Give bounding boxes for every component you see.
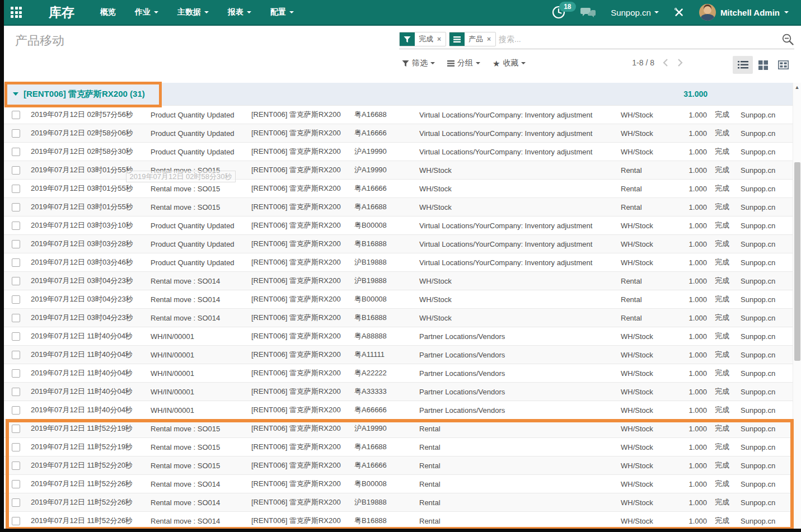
table-row[interactable]: 2019年07月12日 11时52分19秒 Rental move : SO01… xyxy=(4,438,793,456)
kanban-view-button[interactable] xyxy=(753,56,773,74)
cell-product: [RENT006] 雷克萨斯RX200 xyxy=(249,124,352,143)
cell-company: Sunpop.cn xyxy=(738,309,793,327)
cell-destination-location: WH/Stock xyxy=(619,401,681,420)
row-checkbox[interactable] xyxy=(12,258,20,267)
cell-product: [RENT006] 雷克萨斯RX200 xyxy=(249,475,352,493)
row-checkbox-cell xyxy=(4,272,29,290)
cell-date: 2019年07月12日 11时52分19秒 xyxy=(29,438,148,456)
activities-button[interactable]: 18 xyxy=(551,5,566,20)
cell-date: 2019年07月12日 03时03分10秒 xyxy=(29,216,148,235)
row-checkbox[interactable] xyxy=(12,222,20,230)
cell-product: [RENT006] 雷克萨斯RX200 xyxy=(249,512,352,529)
chevron-down-icon xyxy=(521,62,526,64)
chevron-down-icon xyxy=(476,62,480,64)
scrollbar-thumb[interactable] xyxy=(794,162,800,361)
menu-overview[interactable]: 概览 xyxy=(100,7,116,17)
list-view-button[interactable] xyxy=(733,56,753,74)
table-row[interactable]: 2019年07月12日 03时03分28秒 Product Quantity U… xyxy=(4,235,793,253)
menu-reporting[interactable]: 报表 xyxy=(228,7,251,17)
pivot-view-button[interactable] xyxy=(773,56,793,74)
cell-lot: 粤A16666 xyxy=(352,124,417,143)
menu-master-data[interactable]: 主数据 xyxy=(177,7,209,17)
cell-reference: Rental move : SO015 xyxy=(148,420,249,438)
table-row[interactable]: 2019年07月12日 03时04分23秒 Rental move : SO01… xyxy=(4,272,793,290)
table-row[interactable]: 2019年07月12日 11时52分26秒 Rental move : SO01… xyxy=(4,493,793,512)
search-options-button[interactable] xyxy=(781,33,794,48)
row-checkbox[interactable] xyxy=(12,314,20,322)
user-menu[interactable]: Mitchell Admin xyxy=(699,4,789,21)
cell-lot: 粤B00008 xyxy=(352,290,417,309)
table-row[interactable]: 2019年07月12日 11时40分04秒 WH/IN/00001 [RENT0… xyxy=(4,364,793,383)
remove-facet-button[interactable]: × xyxy=(437,32,446,46)
table-row[interactable]: 2019年07月12日 03时04分23秒 Rental move : SO01… xyxy=(4,290,793,309)
cell-date: 2019年07月12日 03时03分46秒 xyxy=(29,253,148,272)
group-header-row[interactable]: [RENT006] 雷克萨斯RX200 (31) 31.000 xyxy=(4,83,793,105)
row-checkbox[interactable] xyxy=(12,185,20,193)
row-checkbox[interactable] xyxy=(12,517,20,525)
scroll-up-arrow-icon[interactable]: ▲ xyxy=(793,84,801,90)
table-row[interactable]: 2019年07月12日 11时52分19秒 Rental move : SO01… xyxy=(4,420,793,438)
row-checkbox[interactable] xyxy=(12,388,20,396)
search-input[interactable] xyxy=(499,32,794,46)
row-checkbox[interactable] xyxy=(12,148,20,156)
row-checkbox[interactable] xyxy=(12,277,20,285)
row-checkbox[interactable] xyxy=(12,332,20,341)
messages-button[interactable] xyxy=(580,6,596,18)
apps-menu-button[interactable] xyxy=(4,0,29,25)
table-row[interactable]: 2019年07月12日 11时52分26秒 Rental move : SO01… xyxy=(4,512,793,529)
tools-button[interactable] xyxy=(673,7,685,18)
group-by-button[interactable]: 分组 xyxy=(447,58,480,68)
row-checkbox-cell xyxy=(4,290,29,309)
row-checkbox[interactable] xyxy=(12,166,20,175)
favorites-button[interactable]: ★ 收藏 xyxy=(493,58,526,68)
cell-destination-location: WH/Stock xyxy=(619,512,681,529)
table-row[interactable]: 2019年07月12日 02时58分06秒 Product Quantity U… xyxy=(4,124,793,143)
menu-configuration[interactable]: 配置 xyxy=(270,7,294,17)
table-row[interactable]: 2019年07月12日 03时03分10秒 Product Quantity U… xyxy=(4,216,793,235)
pager-previous-button[interactable] xyxy=(662,58,669,67)
search-facet-status: 完成 × xyxy=(399,32,446,46)
company-menu[interactable]: Sunpop.cn xyxy=(611,8,659,17)
cell-quantity: 1.000 xyxy=(681,106,713,124)
table-row[interactable]: 2019年07月12日 03时01分55秒 Rental move : SO01… xyxy=(4,180,793,198)
table-row[interactable]: 2019年07月12日 03时03分46秒 Product Quantity U… xyxy=(4,253,793,272)
row-checkbox[interactable] xyxy=(12,498,20,507)
cell-date: 2019年07月12日 03时01分55秒 xyxy=(29,180,148,198)
cell-product: [RENT006] 雷克萨斯RX200 xyxy=(249,327,352,346)
table-row[interactable]: 2019年07月12日 11时40分04秒 WH/IN/00001 [RENT0… xyxy=(4,383,793,401)
cell-product: [RENT006] 雷克萨斯RX200 xyxy=(249,383,352,401)
cell-date: 2019年07月12日 11时52分26秒 xyxy=(29,512,148,529)
table-row[interactable]: 2019年07月12日 11时40分04秒 WH/IN/00001 [RENT0… xyxy=(4,401,793,420)
row-checkbox[interactable] xyxy=(12,111,20,119)
remove-facet-button[interactable]: × xyxy=(487,32,495,46)
chevron-down-icon xyxy=(784,11,789,13)
app-title[interactable]: 库存 xyxy=(49,4,74,21)
menu-operations[interactable]: 作业 xyxy=(135,7,158,17)
row-checkbox[interactable] xyxy=(12,406,20,415)
row-checkbox[interactable] xyxy=(12,480,20,488)
table-row[interactable]: 2019年07月12日 11时52分26秒 Rental move : SO01… xyxy=(4,475,793,493)
group-quantity-sum: 31.000 xyxy=(683,90,708,98)
table-row[interactable]: 2019年07月12日 11时52分20秒 Rental move : SO01… xyxy=(4,456,793,475)
filters-button[interactable]: 筛选 xyxy=(402,58,435,68)
table-row[interactable]: 2019年07月12日 02时58分30秒 Product Quantity U… xyxy=(4,143,793,161)
table-row[interactable]: 2019年07月12日 11时40分04秒 WH/IN/00001 [RENT0… xyxy=(4,327,793,346)
group-title: [RENT006] 雷克萨斯RX200 (31) xyxy=(24,89,145,100)
table-row[interactable]: 2019年07月12日 03时04分23秒 Rental move : SO01… xyxy=(4,309,793,327)
pager-next-button[interactable] xyxy=(677,58,683,67)
cell-destination-location: WH/Stock xyxy=(619,253,681,272)
table-row[interactable]: 2019年07月12日 11时40分04秒 WH/IN/00001 [RENT0… xyxy=(4,346,793,364)
row-checkbox[interactable] xyxy=(12,369,20,378)
table-row[interactable]: 2019年07月12日 03时01分55秒 Rental move : SO01… xyxy=(4,161,793,180)
row-checkbox[interactable] xyxy=(12,295,20,304)
row-checkbox[interactable] xyxy=(12,129,20,138)
table-row[interactable]: 2019年07月12日 03时01分55秒 Rental move : SO01… xyxy=(4,198,793,216)
row-checkbox[interactable] xyxy=(12,462,20,470)
row-checkbox[interactable] xyxy=(12,443,20,451)
row-checkbox[interactable] xyxy=(12,203,20,211)
row-checkbox[interactable] xyxy=(12,425,20,433)
row-checkbox[interactable] xyxy=(12,240,20,248)
table-row[interactable]: 2019年07月12日 02时57分56秒 Product Quantity U… xyxy=(4,106,793,124)
vertical-scrollbar[interactable]: ▲ xyxy=(793,83,801,529)
row-checkbox[interactable] xyxy=(12,351,20,359)
